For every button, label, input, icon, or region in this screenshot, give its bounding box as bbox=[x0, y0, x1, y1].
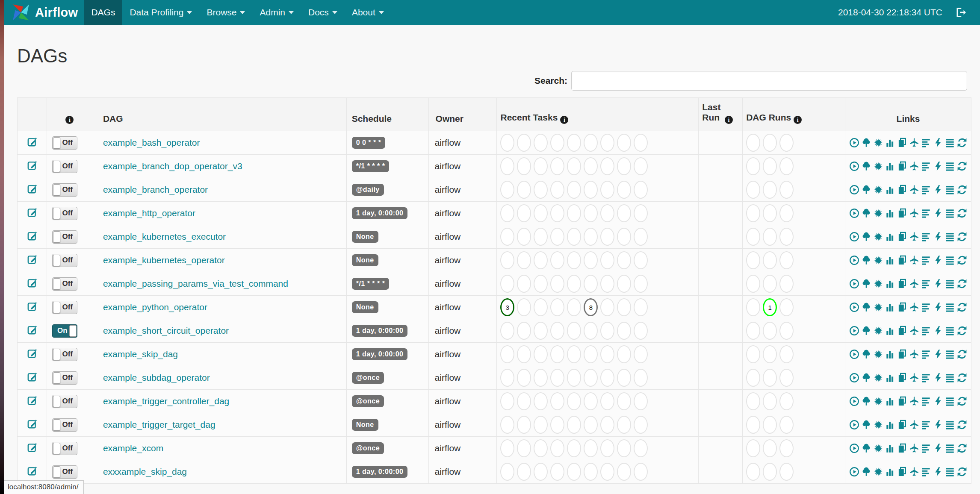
task-duration-icon[interactable] bbox=[885, 443, 896, 454]
gantt-icon[interactable] bbox=[921, 184, 932, 195]
trigger-dag-icon[interactable] bbox=[849, 137, 860, 148]
landing-times-icon[interactable] bbox=[909, 372, 920, 383]
airflow-brand[interactable]: Airflow bbox=[11, 0, 84, 25]
task-tries-icon[interactable] bbox=[897, 466, 908, 477]
trigger-dag-icon[interactable] bbox=[849, 278, 860, 289]
graph-view-icon[interactable] bbox=[873, 396, 884, 407]
task-tries-icon[interactable] bbox=[897, 137, 908, 148]
edit-dag-icon[interactable] bbox=[27, 188, 38, 196]
task-duration-icon[interactable] bbox=[885, 325, 896, 336]
gantt-icon[interactable] bbox=[921, 137, 932, 148]
edit-dag-icon[interactable] bbox=[27, 353, 38, 360]
landing-times-icon[interactable] bbox=[909, 443, 920, 454]
graph-view-icon[interactable] bbox=[873, 231, 884, 242]
graph-view-icon[interactable] bbox=[873, 443, 884, 454]
dag-name-link[interactable]: example_short_circuit_operator bbox=[103, 326, 229, 335]
dag-name-link[interactable]: example_subdag_operator bbox=[103, 373, 210, 382]
trigger-dag-icon[interactable] bbox=[849, 349, 860, 360]
pause-toggle[interactable]: Off bbox=[52, 371, 77, 385]
task-duration-icon[interactable] bbox=[885, 349, 896, 360]
code-view-icon[interactable] bbox=[933, 208, 944, 219]
gantt-icon[interactable] bbox=[921, 231, 932, 242]
gantt-icon[interactable] bbox=[921, 255, 932, 266]
graph-view-icon[interactable] bbox=[873, 302, 884, 313]
refresh-icon[interactable] bbox=[956, 419, 968, 430]
dag-name-link[interactable]: example_passing_params_via_test_command bbox=[103, 279, 288, 288]
code-view-icon[interactable] bbox=[933, 325, 944, 336]
dag-name-link[interactable]: example_trigger_controller_dag bbox=[103, 396, 229, 406]
landing-times-icon[interactable] bbox=[909, 231, 920, 242]
task-tries-icon[interactable] bbox=[897, 372, 908, 383]
trigger-dag-icon[interactable] bbox=[849, 396, 860, 407]
dag-name-link[interactable]: example_branch_operator bbox=[103, 185, 208, 194]
gantt-icon[interactable] bbox=[921, 372, 932, 383]
landing-times-icon[interactable] bbox=[909, 466, 920, 477]
logs-icon[interactable] bbox=[945, 208, 956, 219]
landing-times-icon[interactable] bbox=[909, 325, 920, 336]
pause-toggle[interactable]: Off bbox=[52, 418, 77, 432]
edit-dag-icon[interactable] bbox=[27, 141, 38, 149]
tree-view-icon[interactable] bbox=[861, 161, 872, 172]
gantt-icon[interactable] bbox=[921, 208, 932, 219]
trigger-dag-icon[interactable] bbox=[849, 372, 860, 383]
pause-toggle[interactable]: Off bbox=[52, 465, 77, 479]
gantt-icon[interactable] bbox=[921, 302, 932, 313]
refresh-icon[interactable] bbox=[956, 325, 968, 336]
tree-view-icon[interactable] bbox=[861, 255, 872, 266]
refresh-icon[interactable] bbox=[956, 396, 968, 407]
dag-name-link[interactable]: example_http_operator bbox=[103, 208, 195, 218]
refresh-icon[interactable] bbox=[956, 278, 968, 289]
tree-view-icon[interactable] bbox=[861, 184, 872, 195]
refresh-icon[interactable] bbox=[956, 161, 968, 172]
trigger-dag-icon[interactable] bbox=[849, 161, 860, 172]
graph-view-icon[interactable] bbox=[873, 466, 884, 477]
task-duration-icon[interactable] bbox=[885, 372, 896, 383]
edit-dag-icon[interactable] bbox=[27, 329, 38, 337]
logs-icon[interactable] bbox=[945, 419, 956, 430]
graph-view-icon[interactable] bbox=[873, 184, 884, 195]
edit-dag-icon[interactable] bbox=[27, 306, 38, 313]
logs-icon[interactable] bbox=[945, 161, 956, 172]
code-view-icon[interactable] bbox=[933, 231, 944, 242]
code-view-icon[interactable] bbox=[933, 466, 944, 477]
dag-name-link[interactable]: example_xcom bbox=[103, 443, 163, 453]
graph-view-icon[interactable] bbox=[873, 325, 884, 336]
dag-name-link[interactable]: example_skip_dag bbox=[103, 349, 178, 359]
landing-times-icon[interactable] bbox=[909, 396, 920, 407]
task-duration-icon[interactable] bbox=[885, 161, 896, 172]
pause-toggle[interactable]: Off bbox=[52, 183, 77, 197]
task-tries-icon[interactable] bbox=[897, 208, 908, 219]
trigger-dag-icon[interactable] bbox=[849, 466, 860, 477]
task-duration-icon[interactable] bbox=[885, 231, 896, 242]
landing-times-icon[interactable] bbox=[909, 349, 920, 360]
recent-task-circle[interactable]: 8 bbox=[584, 298, 598, 316]
task-tries-icon[interactable] bbox=[897, 325, 908, 336]
tree-view-icon[interactable] bbox=[861, 231, 872, 242]
graph-view-icon[interactable] bbox=[873, 208, 884, 219]
dag-name-link[interactable]: example_trigger_target_dag bbox=[103, 420, 215, 429]
nav-item-dags[interactable]: DAGs bbox=[84, 0, 122, 25]
gantt-icon[interactable] bbox=[921, 325, 932, 336]
graph-view-icon[interactable] bbox=[873, 255, 884, 266]
logs-icon[interactable] bbox=[945, 466, 956, 477]
pause-toggle[interactable]: Off bbox=[52, 230, 77, 244]
recent-task-circle[interactable]: 3 bbox=[500, 298, 514, 316]
task-duration-icon[interactable] bbox=[885, 137, 896, 148]
pause-toggle[interactable]: Off bbox=[52, 207, 77, 220]
trigger-dag-icon[interactable] bbox=[849, 208, 860, 219]
nav-item-admin[interactable]: Admin bbox=[252, 0, 301, 25]
task-tries-icon[interactable] bbox=[897, 302, 908, 313]
graph-view-icon[interactable] bbox=[873, 419, 884, 430]
sign-out-icon[interactable] bbox=[954, 6, 967, 19]
refresh-icon[interactable] bbox=[956, 372, 968, 383]
task-duration-icon[interactable] bbox=[885, 184, 896, 195]
tree-view-icon[interactable] bbox=[861, 208, 872, 219]
pause-toggle[interactable]: On bbox=[52, 324, 77, 338]
trigger-dag-icon[interactable] bbox=[849, 184, 860, 195]
code-view-icon[interactable] bbox=[933, 161, 944, 172]
nav-item-data-profiling[interactable]: Data Profiling bbox=[122, 0, 199, 25]
pause-toggle[interactable]: Off bbox=[52, 395, 77, 408]
refresh-icon[interactable] bbox=[956, 208, 968, 219]
task-tries-icon[interactable] bbox=[897, 255, 908, 266]
pause-toggle[interactable]: Off bbox=[52, 348, 77, 361]
